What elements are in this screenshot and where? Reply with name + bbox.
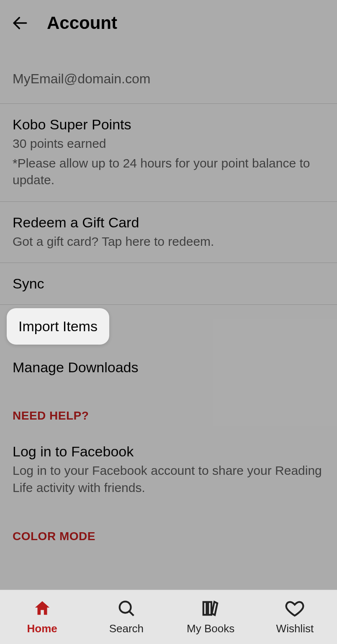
page-title: Account: [47, 13, 117, 33]
row-title: Log in to Facebook: [13, 443, 324, 460]
row-sub: Log in to your Facebook account to share…: [13, 462, 324, 496]
import-items-tooltip[interactable]: Import Items: [7, 308, 109, 345]
nav-label: Search: [109, 622, 144, 635]
nav-search[interactable]: Search: [84, 590, 168, 644]
manage-downloads-row[interactable]: Manage Downloads: [0, 347, 337, 388]
nav-wishlist[interactable]: Wishlist: [253, 590, 337, 644]
home-icon: [33, 599, 52, 618]
svg-rect-4: [208, 602, 211, 615]
account-screen: Account MyEmail@domain.com Kobo Super Po…: [0, 0, 337, 644]
sync-row[interactable]: Sync: [0, 263, 337, 305]
nav-my-books[interactable]: My Books: [169, 590, 253, 644]
bottom-nav: Home Search My Books Wishlist: [0, 590, 337, 644]
row-sub: Got a gift card? Tap here to redeem.: [13, 233, 324, 250]
heart-icon: [285, 599, 304, 618]
svg-point-1: [120, 602, 131, 613]
need-help-section-header: NEED HELP?: [0, 388, 337, 431]
nav-home[interactable]: Home: [0, 590, 84, 644]
account-email-row[interactable]: MyEmail@domain.com: [0, 46, 337, 104]
row-title: Redeem a Gift Card: [13, 214, 324, 231]
facebook-login-row[interactable]: Log in to Facebook Log in to your Facebo…: [0, 431, 337, 509]
row-sub: 30 points earned: [13, 135, 324, 152]
books-icon: [201, 599, 220, 618]
nav-label: Wishlist: [276, 622, 314, 635]
header: Account: [0, 0, 337, 46]
dark-mode-row[interactable]: Dark Mode: [0, 551, 337, 580]
row-title: Sync: [13, 276, 324, 292]
nav-label: Home: [27, 622, 57, 635]
nav-label: My Books: [187, 622, 234, 635]
svg-line-2: [129, 611, 134, 616]
back-button[interactable]: [10, 13, 30, 33]
row-title: Kobo Super Points: [13, 116, 324, 133]
arrow-left-icon: [11, 14, 29, 32]
redeem-gift-card-row[interactable]: Redeem a Gift Card Got a gift card? Tap …: [0, 202, 337, 263]
color-mode-section-header: COLOR MODE: [0, 509, 337, 551]
search-icon: [117, 599, 136, 618]
kobo-points-row[interactable]: Kobo Super Points 30 points earned *Plea…: [0, 104, 337, 202]
tooltip-label: Import Items: [18, 318, 98, 334]
row-sub: *Please allow up to 24 hours for your po…: [13, 155, 324, 189]
svg-rect-3: [203, 602, 207, 615]
account-email: MyEmail@domain.com: [13, 71, 150, 86]
row-title: Manage Downloads: [13, 359, 324, 376]
